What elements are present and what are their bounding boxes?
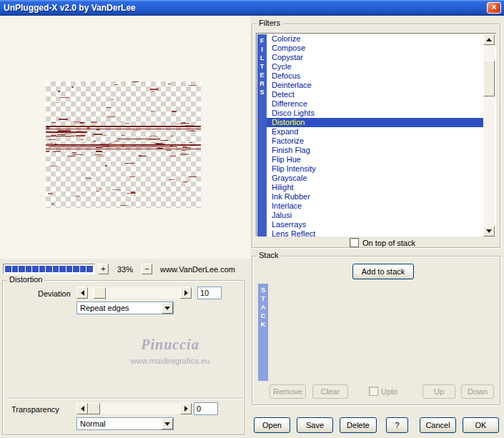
save-button[interactable]: Save bbox=[297, 417, 333, 433]
filter-item[interactable]: Cycle bbox=[267, 62, 485, 71]
stack-vertical-bar: STACK bbox=[258, 284, 268, 381]
save-label: Save bbox=[306, 421, 324, 429]
filter-item[interactable]: Ink Rubber bbox=[267, 192, 485, 201]
delete-button[interactable]: Delete bbox=[340, 417, 377, 433]
scroll-thumb[interactable] bbox=[483, 61, 495, 96]
arrow-right-icon bbox=[184, 290, 188, 296]
open-label: Open bbox=[262, 421, 282, 429]
scroll-track[interactable] bbox=[483, 45, 495, 226]
zoom-level: 33% bbox=[109, 265, 141, 274]
zoom-out-button[interactable]: − bbox=[142, 264, 152, 274]
filter-item[interactable]: Flip Hue bbox=[267, 155, 485, 164]
arrow-down-icon bbox=[486, 229, 492, 233]
remove-button[interactable]: Remove bbox=[270, 384, 306, 399]
minus-icon: − bbox=[144, 264, 149, 273]
add-to-stack-button[interactable]: Add to stack bbox=[352, 264, 414, 279]
transparency-input[interactable] bbox=[194, 402, 218, 415]
blend-mode-value: Normal bbox=[77, 419, 162, 428]
progress-segment bbox=[53, 266, 59, 272]
help-button[interactable]: ? bbox=[386, 417, 408, 433]
filter-item[interactable]: Finish Flag bbox=[267, 146, 485, 155]
blend-mode-dropdown-button[interactable] bbox=[162, 418, 173, 429]
on-top-of-stack-checkbox[interactable] bbox=[350, 238, 359, 247]
filter-item[interactable]: Distortion bbox=[267, 118, 485, 127]
ok-button[interactable]: OK bbox=[463, 417, 499, 433]
filter-item[interactable]: Deinterlace bbox=[267, 81, 485, 90]
on-top-of-stack-label: On top of stack bbox=[362, 239, 415, 247]
remove-label: Remove bbox=[273, 387, 302, 396]
watermark-title: Pinuccia bbox=[99, 337, 242, 353]
filter-item[interactable]: Grayscale bbox=[267, 174, 485, 183]
filter-item[interactable]: Hilight bbox=[267, 183, 485, 192]
filter-item[interactable]: Factorize bbox=[267, 136, 485, 146]
transparency-slider-thumb[interactable] bbox=[88, 403, 100, 414]
filter-item[interactable]: Disco Lights bbox=[267, 109, 485, 118]
filter-item[interactable]: Detect bbox=[267, 90, 485, 99]
edge-mode-combobox[interactable]: Repeat edges bbox=[76, 302, 174, 314]
filter-item[interactable]: Defocus bbox=[267, 71, 485, 81]
down-label: Down bbox=[468, 387, 488, 396]
deviation-slider-track[interactable] bbox=[88, 287, 180, 299]
clear-button[interactable]: Clear bbox=[312, 384, 348, 399]
filter-item[interactable]: Flip Intensity bbox=[267, 164, 485, 174]
open-button[interactable]: Open bbox=[254, 417, 290, 433]
arrow-left-icon bbox=[81, 290, 84, 296]
vendor-website: www.VanDerLee.com bbox=[160, 265, 235, 274]
filter-item[interactable]: Compose bbox=[267, 44, 485, 53]
progress-segment bbox=[73, 266, 79, 272]
filters-vertical-bar: FILTERS bbox=[257, 34, 267, 237]
progress-segment bbox=[26, 266, 32, 272]
arrow-left-icon bbox=[81, 406, 84, 412]
progress-segment bbox=[19, 266, 25, 272]
deviation-slider-thumb[interactable] bbox=[94, 287, 106, 299]
up-button[interactable]: Up bbox=[423, 384, 455, 399]
progress-segment bbox=[5, 266, 11, 272]
deviation-input[interactable] bbox=[197, 287, 222, 299]
blend-mode-combobox[interactable]: Normal bbox=[76, 417, 174, 430]
filters-vertical-label: FILTERS bbox=[257, 34, 267, 96]
filter-list: ColorizeComposeCopystarCycleDefocusDeint… bbox=[267, 34, 485, 237]
progress-segment bbox=[87, 266, 93, 272]
deviation-label: Deviation bbox=[38, 289, 71, 298]
filter-scrollbar bbox=[483, 34, 495, 237]
filter-item[interactable]: Lens Reflect bbox=[267, 229, 485, 237]
filters-group-label: Filters bbox=[257, 19, 282, 27]
transparency-slider-track[interactable] bbox=[88, 403, 180, 414]
filter-item[interactable]: Jalusi bbox=[267, 211, 485, 220]
transparency-slider bbox=[76, 403, 192, 414]
help-label: ? bbox=[395, 421, 399, 429]
transparency-slider-right-button[interactable] bbox=[180, 403, 192, 414]
upto-label: Upto bbox=[381, 387, 397, 396]
down-button[interactable]: Down bbox=[461, 384, 494, 399]
zoom-in-button[interactable]: + bbox=[98, 264, 109, 274]
window-title: UnPlugged-X v2.0 by VanDerLee bbox=[0, 3, 136, 13]
transparency-slider-left-button[interactable] bbox=[76, 403, 88, 414]
deviation-slider-left-button[interactable] bbox=[76, 287, 88, 299]
preview-image[interactable] bbox=[46, 81, 201, 208]
progress-bar bbox=[3, 264, 95, 274]
filter-item[interactable]: Copystar bbox=[267, 53, 485, 62]
edge-mode-dropdown-button[interactable] bbox=[162, 302, 173, 314]
filter-item[interactable]: Expand bbox=[267, 127, 485, 136]
stack-vertical-label: STACK bbox=[258, 284, 268, 329]
filter-item[interactable]: Colorize bbox=[267, 34, 485, 44]
stack-group-label: Stack bbox=[257, 251, 281, 259]
filter-item[interactable]: Laserrays bbox=[267, 220, 485, 229]
filter-item[interactable]: Difference bbox=[267, 99, 485, 109]
progress-segment bbox=[46, 266, 52, 272]
progress-segment bbox=[39, 266, 46, 272]
cancel-button[interactable]: Cancel bbox=[420, 417, 456, 433]
distortion-group-label: Distortion bbox=[7, 275, 44, 284]
edge-mode-value: Repeat edges bbox=[77, 304, 162, 312]
scroll-up-button[interactable] bbox=[483, 34, 495, 45]
stack-list[interactable] bbox=[268, 284, 495, 381]
close-button[interactable]: × bbox=[487, 2, 501, 14]
add-to-stack-label: Add to stack bbox=[362, 267, 405, 276]
filter-item[interactable]: Interlace bbox=[267, 201, 485, 211]
scroll-down-button[interactable] bbox=[483, 226, 495, 237]
progress-segment bbox=[66, 266, 73, 272]
deviation-slider-right-button[interactable] bbox=[180, 287, 192, 299]
upto-checkbox[interactable] bbox=[369, 387, 378, 396]
filter-listbox: FILTERS ColorizeComposeCopystarCycleDefo… bbox=[256, 33, 496, 237]
watermark-url: www.maidiregrafica.eu bbox=[99, 357, 242, 365]
